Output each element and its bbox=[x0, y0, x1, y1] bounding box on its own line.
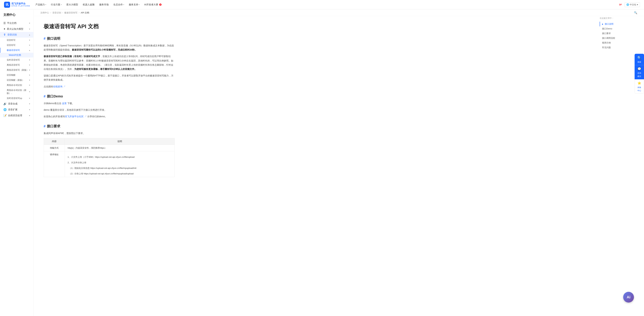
nav-ai-contest[interactable]: AI开发者大赛 ● bbox=[144, 3, 162, 6]
chevron-down-icon: ▾ bbox=[61, 4, 62, 6]
chevron-down-icon: ▾ bbox=[139, 4, 140, 6]
nav-market[interactable]: 服务市场 bbox=[99, 3, 109, 6]
toc-item-faq[interactable]: 常见问题 bbox=[600, 45, 624, 50]
consult-icon: 💬 bbox=[638, 67, 641, 71]
sidebar-item-voice-wakeup[interactable]: 语音唤醒 ▾ bbox=[0, 73, 34, 78]
chevron-down-icon: ▾ bbox=[29, 59, 30, 61]
toc-item-example[interactable]: 视用示例 bbox=[600, 41, 624, 45]
table-of-contents: 在这篇文章中： 接口说明 接口Demo 接口要求 接口调用流程 视用示例 常见问… bbox=[597, 14, 627, 53]
breadcrumb-fast-transcription[interactable]: 极速语音转写 bbox=[64, 11, 78, 14]
sidebar-item-speech-synthesis[interactable]: 🔊 语音合成 ▾ bbox=[0, 101, 34, 107]
chevron-down-icon: ▾ bbox=[29, 79, 30, 81]
community-link[interactable]: 讯飞开放平台社区 ↗ bbox=[65, 115, 87, 118]
nav-spark[interactable]: 星火大模型 bbox=[66, 3, 78, 6]
ai-label: Ai bbox=[627, 295, 630, 299]
demo-para-3: 欢迎热心的开发者到讯飞开放平台社区 ↗ 分享你们的demo。 bbox=[44, 114, 175, 119]
sidebar-item-offline-cmd-new[interactable]: 离线命令词识别（新版）.. ▾ bbox=[0, 88, 34, 96]
sidebar-item-fast-transcription[interactable]: 极速语音转写 ▴ bbox=[0, 48, 34, 53]
demo-download-link[interactable]: 这里 bbox=[62, 102, 67, 105]
section-interface-req: # 接口要求 集成同声传译API时，需按照以下要求。 内容 说明 传输方式 bbox=[44, 124, 175, 177]
sidebar-item-voice-dictation[interactable]: 语音听写 ▾ bbox=[0, 38, 34, 43]
nav-support[interactable]: 服务支持 ▾ bbox=[129, 3, 140, 6]
search-icon: 🔍 bbox=[637, 56, 642, 60]
nav-eco[interactable]: 生态合作 ▾ bbox=[113, 3, 124, 6]
experience-button[interactable]: ⭐ 体验 中心 bbox=[634, 79, 644, 94]
toc-item-flow[interactable]: 接口调用流程 bbox=[600, 36, 624, 41]
toc-item-interface-desc[interactable]: 接口说明 bbox=[600, 22, 624, 26]
table-cell-key-url: 请求地址 bbox=[44, 151, 65, 177]
main-layout: 文档中心 ☰ 平台文档 ▾ ✦ 星火认知大模型 ▾ 🎙 语音识别 ▴ bbox=[0, 10, 644, 316]
table-row: 传输方式 http[s]（为提高安全性，强烈推荐https） bbox=[44, 145, 175, 151]
logo-text: 讯飞开放平台 OPEN PLATFORM bbox=[12, 2, 30, 7]
demo-para-1: 示例demo请点击 这里 下载。 bbox=[44, 101, 175, 106]
consult-label2: 建议 bbox=[638, 75, 641, 78]
section-para-1: 极速语音转写（Speed Transcription）基于深度全序列卷积神经网络… bbox=[44, 44, 175, 52]
sidebar-item-voice-transcription[interactable]: 语音转写 ▾ bbox=[0, 43, 34, 48]
section-para-3: 该接口是通过API的方式给开发者提供一个通用的HTTP接口，基于该接口，开发者可… bbox=[44, 74, 175, 82]
req-table: 内容 说明 传输方式 http[s]（为提高安全性，强烈推荐https） 请求地… bbox=[44, 138, 175, 177]
sidebar-item-platform[interactable]: ☰ 平台文档 ▾ bbox=[0, 20, 34, 26]
logo-sub: OPEN PLATFORM bbox=[12, 5, 30, 7]
sidebar-item-webapi[interactable]: WebAPI文档 bbox=[0, 53, 34, 58]
section-para-4: 点击跳转在线咨询 ↗ bbox=[44, 85, 175, 89]
sidebar: 文档中心 ☰ 平台文档 ▾ ✦ 星火认知大模型 ▾ 🎙 语音识别 ▴ bbox=[0, 10, 34, 316]
content-wrapper: 文档中心 > 语音识别 > 极速语音转写 > API 文档 🔍 极速语音转写 A… bbox=[34, 10, 644, 316]
chevron-down-icon: ▾ bbox=[45, 4, 46, 6]
chevron-down-icon: ▾ bbox=[29, 97, 30, 99]
logo-icon: 讯 bbox=[4, 2, 10, 8]
sidebar-item-voice-wakeup-new[interactable]: 语音唤醒（新版） ▾ bbox=[0, 78, 34, 83]
search-label: 搜索 bbox=[638, 61, 641, 63]
logo[interactable]: 讯 讯飞开放平台 OPEN PLATFORM bbox=[4, 2, 30, 8]
toc-item-demo[interactable]: 接口Demo bbox=[600, 26, 624, 31]
top-navigation: 讯 讯飞开放平台 OPEN PLATFORM 产品能力 ▾ 行业方案 ▾ 星火大… bbox=[0, 0, 644, 10]
section-title-req: # 接口要求 bbox=[44, 124, 175, 129]
chevron-down-icon: ▾ bbox=[29, 109, 30, 111]
breadcrumb-doc-center[interactable]: 文档中心 bbox=[40, 11, 49, 14]
search-bar[interactable]: 🔍 bbox=[634, 11, 637, 14]
search-button[interactable]: 🔍 搜索 bbox=[634, 54, 644, 65]
sidebar-item-realtime-sp[interactable]: 实时语音转写sp ▾ bbox=[0, 96, 34, 101]
experience-label: 体验 bbox=[638, 86, 641, 89]
chevron-down-icon: ▾ bbox=[29, 74, 30, 76]
sidebar-item-voice-ext[interactable]: 🌐 语音扩展 ▾ bbox=[0, 107, 34, 113]
mic-icon: 🎙 bbox=[3, 33, 6, 36]
document-icon: ☰ bbox=[3, 22, 6, 25]
sidebar-item-offline-dictation-new[interactable]: 离线语音听写（新版） ▾ bbox=[0, 68, 34, 73]
breadcrumb-voice-recognition[interactable]: 语音识别 bbox=[52, 11, 61, 14]
new-badge: ● bbox=[159, 4, 162, 6]
req-intro: 集成同声传译API时，需按照以下要求。 bbox=[44, 131, 175, 135]
main-nav: 产品能力 ▾ 行业方案 ▾ 星火大模型 机器人超脑 服务市场 生态合作 ▾ 服务… bbox=[36, 3, 162, 6]
table-cell-val-transport: http[s]（为提高安全性，强烈推荐https） bbox=[65, 145, 175, 151]
sidebar-item-realtime-transcription[interactable]: 实时语音转写 ▾ bbox=[0, 58, 34, 63]
nav-product[interactable]: 产品能力 ▾ bbox=[36, 3, 46, 6]
experience-label2: 中心 bbox=[638, 89, 641, 92]
section-interface-demo: # 接口Demo 示例demo请点击 这里 下载。 demo 覆盖部分语言，其他… bbox=[44, 94, 175, 119]
chevron-down-icon: ▾ bbox=[29, 64, 30, 66]
toc-item-req[interactable]: 接口要求 bbox=[600, 31, 624, 36]
language-button[interactable]: 🌐 中文站 ▾ bbox=[624, 2, 640, 7]
chevron-down-icon: ▾ bbox=[29, 28, 30, 30]
nav-robot[interactable]: 机器人超脑 bbox=[83, 3, 94, 6]
online-consult-link[interactable]: 在线咨询 ↗ bbox=[53, 85, 66, 88]
sidebar-item-offline-dictation[interactable]: 离线语音听写 ▾ bbox=[0, 63, 34, 68]
sidebar-item-voice-recognition[interactable]: 🎙 语音识别 ▴ bbox=[0, 32, 34, 38]
nav-left: 讯 讯飞开放平台 OPEN PLATFORM 产品能力 ▾ 行业方案 ▾ 星火大… bbox=[4, 2, 162, 8]
search-icon: 🔍 bbox=[634, 11, 637, 14]
chevron-down-icon: ▾ bbox=[29, 84, 30, 86]
consult-button[interactable]: 💬 咨询 建议 bbox=[634, 65, 644, 79]
page-title: 极速语音转写 API 文档 bbox=[44, 23, 175, 30]
breadcrumb-bar: 文档中心 > 语音识别 > 极速语音转写 > API 文档 🔍 bbox=[34, 10, 644, 16]
table-header-desc: 说明 bbox=[65, 138, 175, 145]
table-header-content: 内容 bbox=[44, 138, 65, 145]
right-side-buttons: 🔍 搜索 💬 咨询 建议 ⭐ 体验 中心 bbox=[634, 54, 644, 94]
sidebar-item-spark[interactable]: ✦ 星火认知大模型 ▾ bbox=[0, 26, 34, 32]
chevron-down-icon: ▾ bbox=[123, 4, 124, 6]
chevron-down-icon: ▾ bbox=[637, 3, 638, 6]
sidebar-item-nlp[interactable]: 📝 自然语言处理 ▾ bbox=[0, 113, 34, 118]
nav-industry[interactable]: 行业方案 ▾ bbox=[51, 3, 62, 6]
consult-label: 咨询 bbox=[638, 72, 641, 74]
ai-button[interactable]: Ai bbox=[623, 292, 634, 302]
experience-icon: ⭐ bbox=[638, 81, 641, 85]
section-interface-desc: # 接口说明 极速语音转写（Speed Transcription）基于深度全序… bbox=[44, 36, 175, 89]
sidebar-item-offline-cmd[interactable]: 离线命令词识别 ▾ bbox=[0, 83, 34, 88]
